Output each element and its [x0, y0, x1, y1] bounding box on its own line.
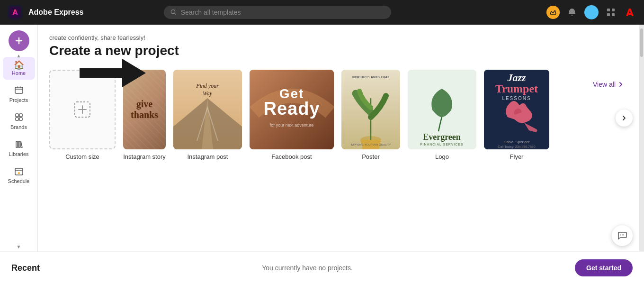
svg-rect-10: [16, 114, 18, 117]
create-section: create confidently, share fearlessly! Cr…: [38, 25, 639, 66]
next-arrow-button[interactable]: [616, 110, 633, 127]
template-label-ig-story: Instagram story: [123, 153, 166, 160]
sidebar: ▲ 🏠 Home Projects: [0, 25, 38, 251]
template-fb-post[interactable]: Get Ready for your next adventure Facebo…: [250, 70, 334, 160]
svg-text:Ready: Ready: [263, 99, 320, 119]
template-label-poster: Poster: [362, 153, 380, 160]
svg-rect-6: [612, 13, 615, 16]
svg-point-39: [620, 235, 621, 236]
brands-icon: [14, 112, 24, 123]
template-custom-size[interactable]: Custom size: [49, 70, 116, 160]
ig-story-thumb: givethanks: [123, 70, 166, 149]
scrollbar-thumb[interactable]: [640, 28, 643, 57]
svg-text:Evergreen: Evergreen: [423, 132, 461, 142]
svg-rect-11: [19, 114, 22, 117]
app-name: Adobe Express: [28, 8, 83, 17]
search-icon: [170, 9, 177, 16]
template-flyer[interactable]: Jazz Trumpet LESSONS Daniel Spencer Call…: [484, 70, 549, 160]
sidebar-item-label-libraries: Libraries: [9, 151, 28, 157]
svg-rect-13: [19, 118, 22, 120]
app-logo[interactable]: [8, 5, 23, 20]
logo-svg: Evergreen FINANCIAL SERVICES: [408, 70, 476, 149]
sidebar-scroll-up[interactable]: ▲: [17, 53, 21, 58]
svg-text:LESSONS: LESSONS: [502, 96, 531, 101]
svg-text:FINANCIAL SERVICES: FINANCIAL SERVICES: [420, 143, 464, 146]
sidebar-item-brands[interactable]: Brands: [3, 109, 35, 134]
template-poster[interactable]: INDOOR PLANTS THAT IMPROVE YOUR AIR QUAL…: [341, 70, 400, 160]
fb-post-thumb: Get Ready for your next adventure: [250, 70, 334, 149]
svg-text:Find your: Find your: [196, 82, 219, 89]
bell-icon[interactable]: [565, 6, 579, 19]
sidebar-item-label-brands: Brands: [10, 124, 27, 130]
sidebar-item-label-home: Home: [12, 70, 26, 76]
content-area: create confidently, share fearlessly! Cr…: [38, 25, 639, 251]
chevron-right-icon: [621, 115, 627, 121]
user-avatar[interactable]: [584, 5, 599, 19]
svg-point-15: [18, 172, 20, 174]
svg-rect-0: [9, 7, 21, 18]
projects-icon: [14, 85, 24, 96]
crown-icon[interactable]: [546, 6, 560, 19]
ig-post-svg: Find your Way: [173, 70, 242, 149]
grid-icon[interactable]: [604, 6, 617, 19]
search-bar[interactable]: [164, 6, 391, 19]
sidebar-item-projects[interactable]: Projects: [3, 82, 35, 107]
sidebar-item-label-schedule: Schedule: [8, 178, 30, 184]
svg-text:IMPROVE YOUR AIR QUALITY: IMPROVE YOUR AIR QUALITY: [350, 143, 391, 146]
nav-icons-group: [546, 5, 636, 19]
poster-thumb: INDOOR PLANTS THAT IMPROVE YOUR AIR QUAL…: [341, 70, 400, 149]
scrollbar[interactable]: [639, 25, 644, 251]
template-ig-post[interactable]: Find your Way Instagram post: [173, 70, 242, 160]
adobe-icon[interactable]: [623, 6, 636, 19]
template-ig-story[interactable]: givethanks Instagram story: [123, 70, 166, 160]
recent-section: Recent You currently have no projects. G…: [0, 251, 644, 284]
custom-size-icon: [73, 100, 92, 119]
svg-point-41: [623, 235, 624, 236]
libraries-icon: [14, 139, 24, 150]
svg-line-2: [175, 13, 176, 15]
create-subtitle: create confidently, share fearlessly!: [49, 34, 628, 41]
flyer-svg: Jazz Trumpet LESSONS Daniel Spencer Call…: [484, 70, 549, 149]
sidebar-item-libraries[interactable]: Libraries: [3, 136, 35, 161]
svg-text:for your next adventure: for your next adventure: [270, 123, 314, 128]
top-navigation: Adobe Express: [0, 0, 644, 25]
svg-point-40: [622, 235, 623, 236]
template-label-fb-post: Facebook post: [271, 153, 312, 160]
sidebar-item-label-projects: Projects: [9, 97, 28, 103]
chat-bubble-button[interactable]: [612, 225, 633, 246]
svg-text:INDOOR PLANTS THAT: INDOOR PLANTS THAT: [352, 75, 390, 79]
fb-post-svg: Get Ready for your next adventure: [250, 70, 334, 149]
flyer-thumb: Jazz Trumpet LESSONS Daniel Spencer Call…: [484, 70, 549, 149]
recent-title: Recent: [11, 263, 40, 273]
custom-size-thumb: [49, 70, 116, 149]
svg-text:Daniel Spencer: Daniel Spencer: [504, 140, 530, 144]
template-label-flyer: Flyer: [510, 153, 524, 160]
sidebar-scroll-down[interactable]: ▼: [17, 244, 21, 249]
add-button[interactable]: [9, 30, 29, 51]
svg-text:Way: Way: [203, 90, 213, 97]
svg-rect-12: [16, 118, 18, 120]
svg-rect-5: [607, 13, 610, 16]
ig-post-thumb: Find your Way: [173, 70, 242, 149]
search-input[interactable]: [181, 9, 385, 16]
svg-rect-3: [607, 9, 610, 11]
svg-rect-4: [612, 9, 615, 11]
template-label-logo: Logo: [435, 153, 449, 160]
get-started-button[interactable]: Get started: [575, 259, 633, 276]
poster-svg: INDOOR PLANTS THAT IMPROVE YOUR AIR QUAL…: [341, 70, 400, 149]
templates-grid: Custom size givethanks Instagram story: [38, 66, 639, 170]
sidebar-item-schedule[interactable]: Schedule: [3, 163, 35, 188]
recent-empty-message: You currently have no projects.: [262, 264, 353, 272]
template-label-ig-post: Instagram post: [188, 153, 228, 160]
create-title: Create a new project: [49, 43, 628, 58]
chat-icon: [617, 230, 627, 241]
ig-story-text: givethanks: [131, 99, 158, 120]
svg-text:Trumpet: Trumpet: [495, 82, 538, 95]
svg-text:Call Today: 234.456.7890: Call Today: 234.456.7890: [498, 145, 535, 149]
template-logo[interactable]: Evergreen FINANCIAL SERVICES Logo: [408, 70, 476, 160]
sidebar-item-home[interactable]: 🏠 Home: [3, 57, 35, 80]
schedule-icon: [14, 166, 24, 177]
svg-rect-9: [15, 87, 23, 93]
template-label-custom: Custom size: [65, 153, 99, 160]
home-icon: 🏠: [14, 61, 24, 69]
